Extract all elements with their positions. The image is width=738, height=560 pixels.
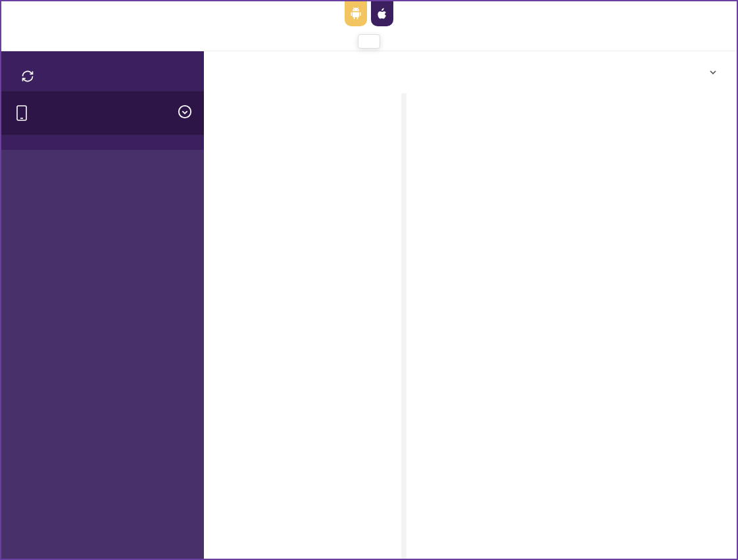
- updated-row: [13, 70, 192, 83]
- platform-tooltip: [358, 34, 380, 49]
- platform-tabs: [345, 1, 393, 26]
- log-column: [406, 93, 737, 559]
- chevron-down-icon: [178, 105, 192, 122]
- main-body: [204, 93, 737, 559]
- refresh-icon[interactable]: [21, 70, 34, 83]
- sidebar: [1, 51, 204, 559]
- sidebar-menu: [1, 135, 204, 139]
- apple-icon: [376, 7, 389, 20]
- device-selector[interactable]: [1, 91, 204, 135]
- apple-tab[interactable]: [371, 1, 393, 26]
- sidebar-account: [1, 51, 204, 91]
- top-header: [1, 1, 737, 51]
- device-icon: [13, 105, 30, 122]
- app-list-column: [204, 93, 401, 559]
- log-scroll: [406, 93, 737, 559]
- main-header: [204, 51, 737, 93]
- main-area: [204, 51, 737, 559]
- chevron-down-icon: [708, 67, 718, 78]
- android-tab[interactable]: [345, 1, 367, 26]
- user-dropdown[interactable]: [702, 67, 718, 78]
- svg-point-2: [179, 106, 191, 118]
- android-icon: [349, 7, 362, 20]
